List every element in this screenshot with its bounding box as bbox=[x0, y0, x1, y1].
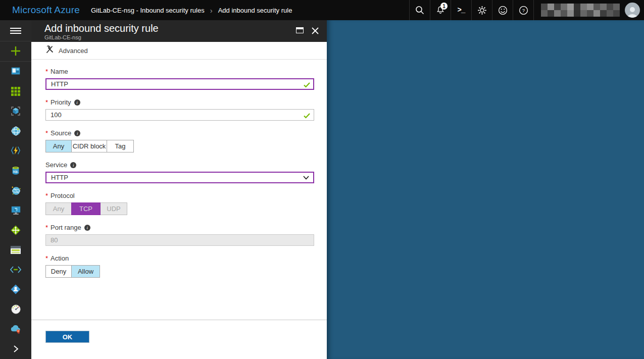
action-label: * Action bbox=[45, 254, 314, 262]
required-asterisk: * bbox=[45, 68, 48, 75]
help-button[interactable]: ? bbox=[513, 0, 533, 20]
source-option-tag[interactable]: Tag bbox=[107, 140, 134, 152]
source-field-group: * Source i Any CIDR block Tag bbox=[45, 129, 314, 152]
protocol-toggle-group: Any TCP UDP bbox=[45, 202, 314, 215]
required-asterisk: * bbox=[45, 254, 48, 262]
cloud-shell-button[interactable]: >_ bbox=[451, 0, 471, 20]
required-asterisk: * bbox=[45, 192, 48, 199]
service-field-group: Service i HTTP bbox=[45, 161, 314, 183]
blade-footer: OK bbox=[31, 320, 327, 359]
source-toggle-group: Any CIDR block Tag bbox=[45, 140, 314, 152]
form-content: * Name * Priority i bbox=[31, 60, 327, 320]
maximize-blade-icon[interactable] bbox=[296, 27, 304, 33]
feedback-smiley-icon bbox=[498, 5, 508, 16]
info-icon[interactable]: i bbox=[70, 162, 76, 168]
add-inbound-security-rule-blade: Add inbound security rule GitLab-CE-nsg … bbox=[31, 20, 327, 359]
account-area[interactable] bbox=[533, 0, 644, 20]
cosmos-db-icon[interactable] bbox=[0, 180, 31, 200]
advisor-icon[interactable] bbox=[0, 319, 31, 339]
dashboard-icon[interactable] bbox=[0, 62, 31, 81]
left-nav-sidebar: SQL bbox=[0, 20, 31, 359]
cloud-shell-icon: >_ bbox=[458, 6, 465, 14]
info-icon[interactable]: i bbox=[84, 225, 90, 231]
notifications-button[interactable]: 1 bbox=[430, 0, 451, 20]
source-label: * Source i bbox=[45, 129, 314, 137]
azure-brand-logo[interactable]: Microsoft Azure bbox=[0, 5, 80, 16]
breadcrumb-separator-icon: › bbox=[210, 6, 213, 15]
hamburger-menu-icon[interactable] bbox=[0, 20, 31, 41]
service-dropdown-value: HTTP bbox=[51, 174, 68, 181]
priority-input[interactable] bbox=[45, 109, 314, 121]
expand-chevron-icon[interactable] bbox=[0, 339, 31, 359]
port-range-field-group: * Port range i bbox=[45, 224, 314, 246]
breadcrumb-item-nsg[interactable]: GitLab-CE-nsg - Inbound security rules bbox=[91, 7, 205, 14]
priority-label: * Priority i bbox=[45, 98, 314, 106]
action-option-allow[interactable]: Allow bbox=[71, 265, 100, 278]
function-apps-lightning-icon[interactable] bbox=[0, 141, 31, 161]
settings-gear-icon bbox=[477, 5, 487, 16]
blade-header: Add inbound security rule GitLab-CE-nsg bbox=[31, 20, 327, 42]
valid-check-icon bbox=[304, 112, 310, 121]
azure-active-directory-icon[interactable] bbox=[0, 280, 31, 299]
service-label: Service i bbox=[45, 161, 314, 169]
top-bar: Microsoft Azure GitLab-CE-nsg - Inbound … bbox=[0, 0, 644, 20]
topbar-actions: 1 >_ ? bbox=[409, 0, 644, 20]
action-toggle-group: Deny Allow bbox=[45, 265, 314, 278]
action-option-deny[interactable]: Deny bbox=[45, 265, 72, 278]
ok-button[interactable]: OK bbox=[45, 331, 89, 343]
wrench-tools-icon bbox=[46, 45, 54, 56]
required-asterisk: * bbox=[45, 129, 48, 137]
resource-groups-cube-icon[interactable] bbox=[0, 101, 31, 121]
protocol-option-udp: UDP bbox=[100, 202, 127, 215]
protocol-label: * Protocol bbox=[45, 192, 314, 199]
priority-field-group: * Priority i bbox=[45, 98, 314, 121]
virtual-machines-icon[interactable] bbox=[0, 200, 31, 220]
protocol-field-group: * Protocol Any TCP UDP bbox=[45, 192, 314, 215]
redacted-username bbox=[541, 4, 620, 17]
notification-count-badge: 1 bbox=[440, 3, 448, 10]
service-dropdown[interactable]: HTTP bbox=[45, 172, 314, 183]
chevron-down-icon bbox=[303, 174, 309, 181]
required-asterisk: * bbox=[45, 98, 48, 106]
monitor-icon[interactable] bbox=[0, 299, 31, 319]
settings-button[interactable] bbox=[471, 0, 492, 20]
advanced-label: Advanced bbox=[59, 47, 88, 55]
breadcrumb: GitLab-CE-nsg - Inbound security rules ›… bbox=[91, 6, 292, 15]
name-label: * Name bbox=[45, 68, 314, 75]
port-range-label: * Port range i bbox=[45, 224, 314, 231]
storage-accounts-icon[interactable] bbox=[0, 240, 31, 260]
blade-subtitle: GitLab-CE-nsg bbox=[44, 34, 159, 41]
app-services-globe-icon[interactable] bbox=[0, 121, 31, 140]
load-balancers-icon[interactable] bbox=[0, 220, 31, 240]
new-plus-icon[interactable] bbox=[0, 41, 31, 61]
sql-databases-icon[interactable]: SQL bbox=[0, 161, 31, 180]
valid-check-icon bbox=[304, 81, 310, 90]
feedback-button[interactable] bbox=[492, 0, 513, 20]
source-option-cidr-block[interactable]: CIDR block bbox=[71, 140, 107, 152]
advanced-button[interactable]: Advanced bbox=[31, 42, 327, 60]
close-blade-icon[interactable] bbox=[312, 27, 319, 42]
virtual-networks-icon[interactable] bbox=[0, 260, 31, 280]
breadcrumb-item-current: Add inbound security rule bbox=[218, 7, 292, 14]
action-field-group: * Action Deny Allow bbox=[45, 254, 314, 278]
dashboard-background bbox=[327, 20, 644, 359]
search-button[interactable] bbox=[409, 0, 430, 20]
avatar-icon[interactable] bbox=[625, 3, 640, 18]
info-icon[interactable]: i bbox=[74, 99, 80, 106]
info-icon[interactable]: i bbox=[74, 130, 80, 136]
name-input[interactable] bbox=[45, 78, 314, 90]
search-icon bbox=[415, 5, 425, 15]
port-range-input bbox=[45, 234, 314, 246]
name-field-group: * Name bbox=[45, 68, 314, 90]
required-asterisk: * bbox=[45, 224, 48, 231]
protocol-option-any: Any bbox=[45, 202, 72, 215]
help-icon: ? bbox=[518, 5, 529, 16]
protocol-option-tcp: TCP bbox=[71, 202, 101, 215]
svg-text:SQL: SQL bbox=[13, 170, 18, 173]
source-option-any[interactable]: Any bbox=[45, 140, 72, 152]
all-resources-grid-icon[interactable] bbox=[0, 81, 31, 101]
blade-title: Add inbound security rule bbox=[44, 23, 159, 34]
svg-text:?: ? bbox=[522, 8, 524, 13]
